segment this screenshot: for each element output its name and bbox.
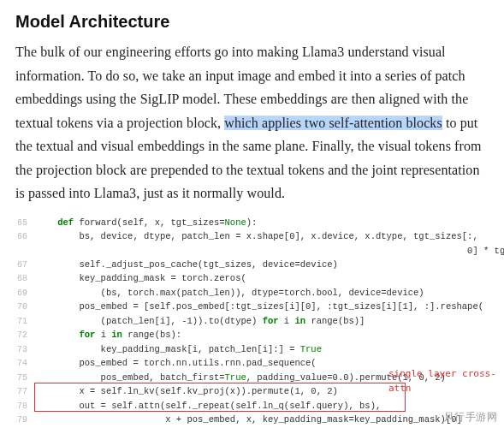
code-line: 72 for i in range(bs): (3, 328, 501, 342)
code-block: single layer cross-attn 65 def forward(s… (3, 216, 501, 428)
code-text: key_padding_mask = torch.zeros( (36, 271, 501, 285)
line-number: 66 (3, 230, 36, 244)
code-text: self._adjust_pos_cache(tgt_sizes, device… (36, 258, 501, 271)
code-text: bs, device, dtype, patch_len = x.shape[0… (36, 229, 501, 243)
code-line: 71 (patch_len[i], -1)).to(dtype) for i i… (3, 314, 501, 329)
line-number: 75 (3, 372, 36, 385)
line-number: 74 (3, 357, 36, 371)
code-text: (patch_len[i], -1)).to(dtype) for i in r… (36, 314, 501, 328)
code-text: for i in range(bs): (36, 328, 501, 342)
line-number: 70 (3, 300, 36, 314)
line-number: 79 (3, 413, 36, 427)
annotation-text: single layer cross-attn (388, 366, 501, 395)
code-line: 69 (bs, torch.max(patch_len)), dtype=tor… (3, 286, 501, 300)
code-text: (bs, torch.max(patch_len)), dtype=torch.… (36, 286, 501, 300)
line-number: 69 (3, 287, 36, 300)
code-line: 70 pos_embed = [self.pos_embed[:tgt_size… (3, 300, 501, 314)
watermark-text: 风行手游网 (444, 410, 498, 425)
line-number: 68 (3, 272, 36, 286)
code-text: out = self.attn(self._repeat(self.ln_q(s… (36, 399, 501, 413)
line-number: 72 (3, 329, 36, 342)
code-line: 73 key_padding_mask[i, patch_len[i]:] = … (3, 342, 501, 357)
code-text: pos_embed = [self.pos_embed[:tgt_sizes[i… (36, 300, 501, 313)
code-text: def forward(self, x, tgt_sizes=None): (36, 216, 501, 229)
line-number: 67 (3, 259, 36, 272)
code-line: 66 bs, device, dtype, patch_len = x.shap… (3, 229, 501, 244)
section-heading: Model Architecture (15, 12, 489, 32)
line-number: 78 (3, 400, 36, 413)
code-text: 0] * tgt_sizes[:, 1] (36, 244, 504, 258)
line-number: 73 (3, 343, 36, 357)
code-line: 0] * tgt_sizes[:, 1] (3, 244, 501, 258)
body-paragraph[interactable]: The bulk of our engineering efforts go i… (15, 40, 489, 205)
line-number: 77 (3, 385, 36, 399)
line-number: 65 (3, 217, 36, 230)
article-content: Model Architecture The bulk of our engin… (0, 0, 504, 205)
code-text: key_padding_mask[i, patch_len[i]:] = Tru… (36, 342, 501, 356)
code-line: 65 def forward(self, x, tgt_sizes=None): (3, 216, 501, 230)
highlighted-text[interactable]: which applies two self-attention blocks (224, 116, 442, 130)
line-number: 71 (3, 315, 36, 329)
code-line: 68 key_padding_mask = torch.zeros( (3, 271, 501, 286)
code-line: 78 out = self.attn(self._repeat(self.ln_… (3, 399, 501, 413)
code-text: x + pos_embed, x, key_padding_mask=key_p… (36, 413, 501, 426)
code-line: 79 x + pos_embed, x, key_padding_mask=ke… (3, 413, 501, 427)
code-line: 67 self._adjust_pos_cache(tgt_sizes, dev… (3, 258, 501, 272)
